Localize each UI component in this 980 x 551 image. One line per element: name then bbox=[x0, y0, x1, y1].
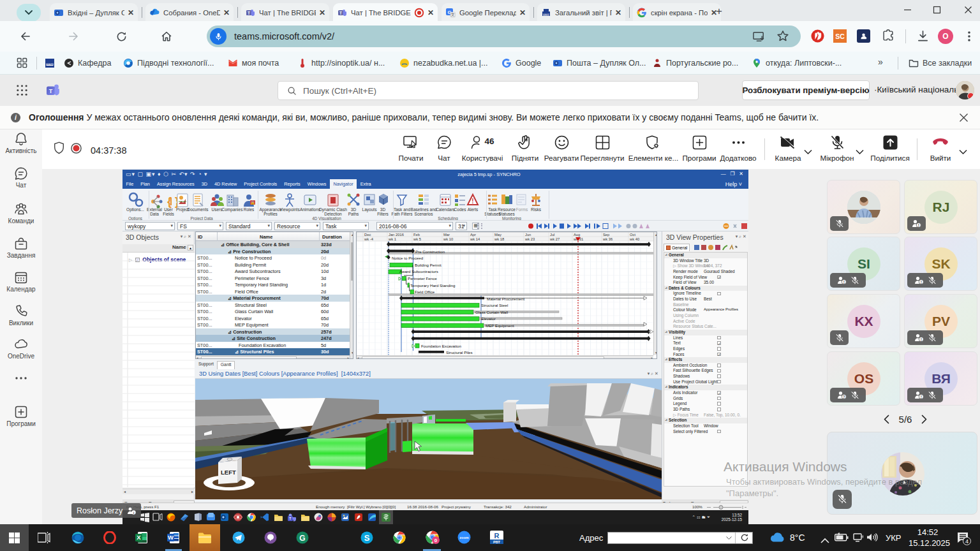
svg-text:!: ! bbox=[918, 223, 919, 228]
svg-text:Sep: Sep bbox=[603, 233, 609, 237]
svg-text:Structural Piles: Structural Piles bbox=[446, 350, 473, 355]
svg-text:T: T bbox=[49, 88, 53, 94]
svg-text:!: ! bbox=[471, 198, 473, 205]
svg-text:Dec: Dec bbox=[364, 233, 371, 237]
svg-text:!: ! bbox=[920, 337, 921, 342]
svg-text:Structural Steel: Structural Steel bbox=[481, 303, 508, 307]
svg-text:Perimeter Fence: Perimeter Fence bbox=[408, 276, 437, 281]
svg-text:Building Permit: Building Permit bbox=[415, 263, 442, 267]
svg-text:Notice to Proceed: Notice to Proceed bbox=[392, 256, 424, 260]
svg-text:wk -4: wk -4 bbox=[364, 237, 374, 241]
svg-text:🔒: 🔒 bbox=[250, 200, 255, 205]
svg-text:W: W bbox=[168, 534, 174, 541]
svg-text:MEP Equipment: MEP Equipment bbox=[486, 323, 514, 328]
svg-text:zoom: zoom bbox=[459, 536, 468, 540]
svg-text:Field Office: Field Office bbox=[415, 290, 435, 294]
svg-text:!: ! bbox=[920, 395, 921, 399]
svg-text:?: ? bbox=[842, 395, 845, 399]
svg-text:T: T bbox=[339, 10, 342, 15]
svg-text:Material Procurement: Material Procurement bbox=[487, 297, 524, 301]
svg-text:Feb: Feb bbox=[413, 233, 420, 237]
svg-text:wk 1: wk 1 bbox=[388, 237, 396, 241]
svg-text:wk 40: wk 40 bbox=[629, 237, 639, 241]
svg-text:Oct: Oct bbox=[630, 233, 635, 237]
svg-text:Foundation Excavation: Foundation Excavation bbox=[421, 344, 462, 348]
svg-text:X: X bbox=[137, 534, 141, 541]
svg-text:Mar: Mar bbox=[443, 233, 450, 237]
svg-text:wk 10: wk 10 bbox=[443, 237, 453, 241]
svg-text:Jul: Jul bbox=[550, 233, 554, 237]
svg-text:wk 36: wk 36 bbox=[602, 237, 612, 241]
svg-text:wk 27: wk 27 bbox=[549, 237, 560, 241]
svg-text:wk 14: wk 14 bbox=[470, 237, 480, 241]
svg-text:!: ! bbox=[843, 280, 844, 284]
svg-text:R: R bbox=[494, 532, 500, 540]
svg-text:Jan 2016: Jan 2016 bbox=[389, 233, 404, 237]
svg-text:May: May bbox=[494, 233, 501, 237]
svg-text:РВТ: РВТ bbox=[493, 540, 500, 544]
svg-text:КНУБА: КНУБА bbox=[543, 13, 550, 16]
svg-text:LEFT: LEFT bbox=[221, 469, 236, 476]
svg-text:wk 5: wk 5 bbox=[413, 237, 421, 241]
svg-text:Glass Curtain Wall: Glass Curtain Wall bbox=[475, 310, 508, 314]
svg-text:文: 文 bbox=[451, 12, 455, 17]
svg-text:T: T bbox=[289, 517, 291, 520]
svg-text:КНУБА: КНУБА bbox=[47, 63, 54, 66]
svg-text:Apr: Apr bbox=[470, 233, 476, 237]
svg-text:T: T bbox=[248, 10, 250, 15]
svg-text:wk 23: wk 23 bbox=[524, 237, 535, 241]
svg-text:Award Subcontractors: Award Subcontractors bbox=[399, 269, 438, 274]
svg-text:wk 18: wk 18 bbox=[494, 237, 504, 241]
svg-text:Jun: Jun bbox=[525, 233, 531, 237]
svg-text:G: G bbox=[299, 534, 305, 543]
svg-text:Aug: Aug bbox=[574, 233, 580, 237]
svg-text:Temporary Hard Standing: Temporary Hard Standing bbox=[410, 283, 456, 288]
svg-text:S: S bbox=[364, 533, 370, 543]
svg-text:Elevator: Elevator bbox=[481, 316, 496, 321]
svg-text:Pre Construction: Pre Construction bbox=[415, 249, 445, 254]
svg-text:!: ! bbox=[920, 280, 921, 284]
